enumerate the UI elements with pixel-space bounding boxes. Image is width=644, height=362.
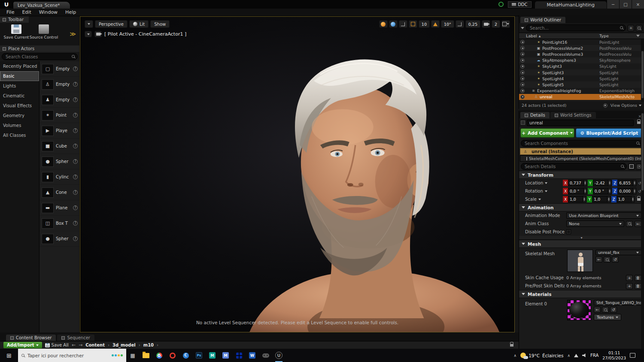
- outliner-search-input[interactable]: [526, 24, 626, 31]
- help-icon[interactable]: ?: [73, 190, 78, 195]
- search-classes-input[interactable]: [2, 53, 78, 60]
- spinner[interactable]: [608, 196, 611, 202]
- help-icon[interactable]: ?: [73, 159, 78, 164]
- help-icon[interactable]: ?: [73, 175, 78, 179]
- help-icon[interactable]: ?: [73, 113, 78, 118]
- help-icon[interactable]: ?: [73, 236, 78, 241]
- scale-snap-value[interactable]: 0,25: [465, 20, 480, 28]
- list-item[interactable]: ♟Empty?: [39, 92, 79, 108]
- task-view-button[interactable]: ▦: [126, 349, 139, 362]
- visibility-eye-icon[interactable]: [520, 89, 525, 93]
- file-explorer-button[interactable]: [140, 349, 152, 362]
- use-selected-icon[interactable]: ←: [594, 307, 601, 313]
- minimize-button[interactable]: ─: [607, 0, 619, 9]
- category-cinematic[interactable]: Cinematic: [0, 91, 39, 101]
- section-animation[interactable]: Animation: [519, 203, 644, 211]
- outliner-add-button[interactable]: +: [628, 25, 634, 31]
- help-icon[interactable]: ?: [73, 97, 78, 102]
- textures-dropdown[interactable]: Textures: [594, 314, 621, 320]
- rotation-x-field[interactable]: X0,0 °: [563, 188, 587, 194]
- type-column-header[interactable]: Type: [599, 33, 609, 38]
- table-row[interactable]: ✶PointLight16PointLight: [519, 39, 644, 45]
- scrollbar[interactable]: [641, 39, 644, 102]
- pilot-camera-icon[interactable]: [94, 31, 102, 37]
- maximize-viewport-button[interactable]: [399, 20, 407, 28]
- rotation-x-value[interactable]: 0,0 °: [568, 188, 584, 194]
- list-item[interactable]: ▶Playe?: [39, 123, 79, 139]
- actor-name-field[interactable]: [527, 120, 634, 126]
- clock[interactable]: 01:11 27/05/2023: [602, 350, 626, 361]
- source-control-button[interactable]: Source Control: [30, 24, 58, 39]
- reset-icon[interactable]: ↺: [612, 256, 619, 262]
- add-import-button[interactable]: Add/Import: [3, 342, 42, 348]
- list-item[interactable]: ●Spher?: [39, 154, 79, 169]
- visibility-eye-icon[interactable]: [520, 70, 525, 75]
- list-item[interactable]: ■Cube?: [39, 139, 79, 154]
- location-x-field[interactable]: X0,737: [563, 180, 587, 186]
- tab-world-settings[interactable]: World Settings: [550, 112, 596, 118]
- toolbar-panel-tab[interactable]: Toolbar: [0, 16, 29, 23]
- unreal-engine-button[interactable]: U: [273, 349, 285, 362]
- camera-speed-value[interactable]: 2: [492, 20, 500, 28]
- maya-button[interactable]: M: [207, 349, 218, 362]
- list-item[interactable]: ▢Empty?: [39, 61, 79, 77]
- breadcrumb-m10[interactable]: m10: [143, 343, 154, 347]
- browse-icon[interactable]: [602, 307, 609, 313]
- filter-icon[interactable]: [521, 27, 524, 29]
- session-tab-metahumanlighting[interactable]: MetaHumanLighting: [535, 1, 607, 9]
- help-icon[interactable]: ?: [73, 66, 78, 71]
- breadcrumb-content[interactable]: Content: [85, 343, 105, 347]
- menu-window[interactable]: Window: [35, 9, 61, 16]
- word-button[interactable]: W: [246, 349, 258, 362]
- label-column-header[interactable]: Label: [526, 33, 537, 38]
- viewport-options-button[interactable]: [85, 20, 93, 28]
- table-row[interactable]: ✶SpotLight4SpotLight: [519, 75, 644, 81]
- app-c-button[interactable]: C: [180, 349, 191, 362]
- delete-icon[interactable]: 🗑: [635, 283, 641, 289]
- view-options-button[interactable]: View Options: [611, 103, 637, 108]
- scale-x-value[interactable]: 1,0: [568, 196, 583, 202]
- category-basic[interactable]: Basic: [0, 71, 39, 81]
- spinner[interactable]: [608, 188, 611, 194]
- table-row[interactable]: ☀SkyLight3SkyLight: [519, 63, 644, 69]
- table-row[interactable]: ☁SkyAtmosphere3SkyAtmosphere: [519, 57, 644, 63]
- save-current-button[interactable]: Save Current: [3, 24, 30, 39]
- grid-snap-toggle[interactable]: [409, 20, 417, 28]
- tab-sequencer[interactable]: Sequencer: [57, 335, 94, 341]
- opera-button[interactable]: [167, 349, 178, 362]
- help-icon[interactable]: ?: [73, 128, 78, 133]
- location-z-field[interactable]: Z6,855: [612, 180, 636, 186]
- category-visual-effects[interactable]: Visual Effects: [0, 101, 39, 111]
- menu-help[interactable]: Help: [61, 9, 80, 16]
- spinner[interactable]: [633, 188, 636, 194]
- visibility-eye-icon[interactable]: [520, 82, 525, 87]
- visibility-eye-icon[interactable]: [520, 52, 525, 56]
- outliner-settings-button[interactable]: [636, 25, 642, 31]
- skeletal-mesh-dropdown[interactable]: unreal_fbx: [595, 250, 641, 255]
- scale-z-value[interactable]: 1,0: [617, 196, 632, 202]
- start-button[interactable]: ⊞: [0, 349, 18, 362]
- weather-widget[interactable]: 19°C Éclaircies: [520, 353, 563, 358]
- add-component-button[interactable]: +Add Component: [520, 128, 574, 138]
- browse-icon[interactable]: [626, 221, 633, 227]
- category-geometry[interactable]: Geometry: [0, 111, 39, 121]
- network-icon[interactable]: [574, 354, 578, 357]
- table-row[interactable]: ✶SpotLight3SpotLight: [519, 69, 644, 75]
- help-icon[interactable]: ?: [73, 82, 78, 87]
- menu-file[interactable]: File: [3, 9, 18, 16]
- section-mesh[interactable]: Mesh: [519, 240, 644, 248]
- lock-icon[interactable]: [637, 121, 641, 124]
- visibility-eye-icon[interactable]: [520, 76, 525, 81]
- spinner[interactable]: [584, 180, 587, 186]
- scale-x-field[interactable]: X1,0: [563, 196, 586, 202]
- app-grid-button[interactable]: [233, 349, 245, 362]
- scale-z-field[interactable]: Z1,0: [611, 196, 635, 202]
- rotation-label[interactable]: Rotation: [525, 189, 562, 193]
- category-lights[interactable]: Lights: [0, 81, 39, 91]
- rotation-snap-value[interactable]: 10°: [441, 20, 454, 28]
- category-recently-placed[interactable]: Recently Placed: [0, 61, 39, 71]
- titlebar-drag-area[interactable]: [70, 0, 498, 9]
- show-button[interactable]: Show: [150, 20, 170, 28]
- scale-y-value[interactable]: 1,0: [592, 196, 607, 202]
- location-label[interactable]: Location: [525, 181, 562, 185]
